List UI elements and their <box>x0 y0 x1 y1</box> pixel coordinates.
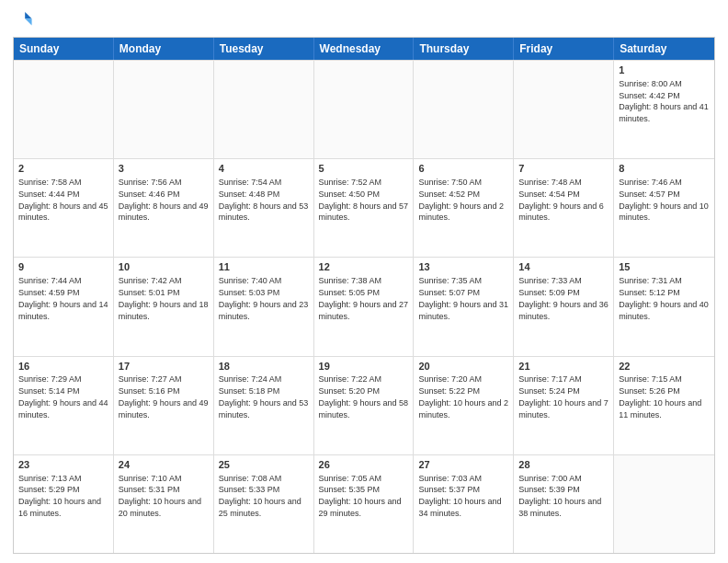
sunset-text: Sunset: 4:42 PM <box>619 91 680 100</box>
weekday-header: Monday <box>114 38 214 60</box>
day-number: 26 <box>319 458 409 472</box>
daylight-text: Daylight: 10 hours and 34 minutes. <box>418 497 501 518</box>
daylight-text: Daylight: 8 hours and 45 minutes. <box>18 201 108 223</box>
daylight-text: Daylight: 10 hours and 7 minutes. <box>518 398 609 419</box>
sunrise-text: Sunrise: 7:35 AM <box>418 276 482 285</box>
sunset-text: Sunset: 5:31 PM <box>119 485 180 494</box>
calendar-day-cell: 14Sunrise: 7:33 AMSunset: 5:09 PMDayligh… <box>514 258 614 355</box>
calendar-day-cell: 21Sunrise: 7:17 AMSunset: 5:24 PMDayligh… <box>514 357 614 454</box>
calendar-day-cell: 3Sunrise: 7:56 AMSunset: 4:46 PMDaylight… <box>114 159 214 257</box>
day-number: 3 <box>119 162 209 176</box>
weekday-header: Wednesday <box>314 38 415 60</box>
day-number: 10 <box>119 260 209 274</box>
sunrise-text: Sunrise: 7:13 AM <box>18 474 82 483</box>
sunrise-text: Sunrise: 7:40 AM <box>219 276 282 285</box>
sunset-text: Sunset: 5:09 PM <box>518 288 580 297</box>
calendar-day-cell: 24Sunrise: 7:10 AMSunset: 5:31 PMDayligh… <box>114 455 214 553</box>
sunset-text: Sunset: 5:01 PM <box>119 288 180 297</box>
sunrise-text: Sunrise: 7:44 AM <box>18 276 82 285</box>
sunset-text: Sunset: 5:24 PM <box>518 386 580 396</box>
weekday-header: Thursday <box>414 38 514 60</box>
daylight-text: Daylight: 8 hours and 53 minutes. <box>219 201 309 223</box>
empty-cell <box>414 61 514 158</box>
sunset-text: Sunset: 5:03 PM <box>219 288 280 297</box>
sunset-text: Sunset: 4:44 PM <box>18 190 80 199</box>
sunset-text: Sunset: 4:57 PM <box>619 190 680 199</box>
calendar-day-cell: 6Sunrise: 7:50 AMSunset: 4:52 PMDaylight… <box>414 159 514 257</box>
calendar-week-row: 1Sunrise: 8:00 AMSunset: 4:42 PMDaylight… <box>14 60 714 158</box>
sunset-text: Sunset: 5:14 PM <box>18 386 80 396</box>
daylight-text: Daylight: 9 hours and 10 minutes. <box>619 201 709 223</box>
daylight-text: Daylight: 9 hours and 40 minutes. <box>619 300 709 321</box>
daylight-text: Daylight: 9 hours and 27 minutes. <box>319 300 409 321</box>
daylight-text: Daylight: 9 hours and 53 minutes. <box>219 398 309 419</box>
sunrise-text: Sunrise: 7:27 AM <box>119 374 182 384</box>
sunset-text: Sunset: 5:16 PM <box>119 386 180 396</box>
calendar-week-row: 9Sunrise: 7:44 AMSunset: 4:59 PMDaylight… <box>14 257 714 355</box>
sunset-text: Sunset: 4:59 PM <box>18 288 80 297</box>
daylight-text: Daylight: 10 hours and 25 minutes. <box>219 497 301 518</box>
calendar-day-cell: 9Sunrise: 7:44 AMSunset: 4:59 PMDaylight… <box>14 258 114 355</box>
calendar-day-cell: 16Sunrise: 7:29 AMSunset: 5:14 PMDayligh… <box>14 357 114 454</box>
sunset-text: Sunset: 4:48 PM <box>219 190 280 199</box>
sunrise-text: Sunrise: 7:22 AM <box>319 374 382 384</box>
calendar-day-cell: 19Sunrise: 7:22 AMSunset: 5:20 PMDayligh… <box>314 357 415 454</box>
sunset-text: Sunset: 5:29 PM <box>18 485 80 494</box>
day-number: 11 <box>219 260 309 274</box>
page-header <box>13 9 715 29</box>
calendar-week-row: 2Sunrise: 7:58 AMSunset: 4:44 PMDaylight… <box>14 158 714 257</box>
calendar-day-cell: 27Sunrise: 7:03 AMSunset: 5:37 PMDayligh… <box>414 455 514 553</box>
sunset-text: Sunset: 5:07 PM <box>418 288 480 297</box>
sunrise-text: Sunrise: 7:58 AM <box>18 178 82 187</box>
daylight-text: Daylight: 10 hours and 16 minutes. <box>18 497 101 518</box>
calendar-day-cell: 25Sunrise: 7:08 AMSunset: 5:33 PMDayligh… <box>214 455 314 553</box>
calendar-week-row: 16Sunrise: 7:29 AMSunset: 5:14 PMDayligh… <box>14 356 714 454</box>
calendar-day-cell: 2Sunrise: 7:58 AMSunset: 4:44 PMDaylight… <box>14 159 114 257</box>
day-number: 25 <box>219 458 309 472</box>
calendar-day-cell: 28Sunrise: 7:00 AMSunset: 5:39 PMDayligh… <box>514 455 614 553</box>
weekday-header: Saturday <box>614 38 714 60</box>
sunrise-text: Sunrise: 7:54 AM <box>219 178 282 187</box>
sunrise-text: Sunrise: 7:56 AM <box>119 178 182 187</box>
day-number: 5 <box>319 162 409 176</box>
sunrise-text: Sunrise: 7:31 AM <box>619 276 682 285</box>
weekday-header: Friday <box>514 38 614 60</box>
sunrise-text: Sunrise: 7:20 AM <box>418 374 482 384</box>
svg-marker-1 <box>25 18 31 25</box>
calendar-day-cell: 5Sunrise: 7:52 AMSunset: 4:50 PMDaylight… <box>314 159 415 257</box>
sunrise-text: Sunrise: 7:42 AM <box>119 276 182 285</box>
day-number: 17 <box>119 360 209 373</box>
calendar-day-cell: 1Sunrise: 8:00 AMSunset: 4:42 PMDaylight… <box>614 61 714 158</box>
day-number: 2 <box>18 162 108 176</box>
day-number: 18 <box>219 360 309 373</box>
day-number: 14 <box>518 260 609 274</box>
day-number: 19 <box>319 360 409 373</box>
daylight-text: Daylight: 9 hours and 2 minutes. <box>418 201 504 223</box>
calendar: SundayMondayTuesdayWednesdayThursdayFrid… <box>13 37 715 554</box>
calendar-day-cell: 18Sunrise: 7:24 AMSunset: 5:18 PMDayligh… <box>214 357 314 454</box>
day-number: 24 <box>119 458 209 472</box>
day-number: 20 <box>418 360 508 373</box>
logo-icon <box>13 9 33 29</box>
calendar-day-cell: 10Sunrise: 7:42 AMSunset: 5:01 PMDayligh… <box>114 258 214 355</box>
daylight-text: Daylight: 9 hours and 31 minutes. <box>418 300 508 321</box>
daylight-text: Daylight: 9 hours and 44 minutes. <box>18 398 108 419</box>
sunrise-text: Sunrise: 7:48 AM <box>518 178 582 187</box>
empty-cell <box>514 61 614 158</box>
sunrise-text: Sunrise: 7:10 AM <box>119 474 182 483</box>
daylight-text: Daylight: 10 hours and 29 minutes. <box>319 497 402 518</box>
sunrise-text: Sunrise: 7:33 AM <box>518 276 582 285</box>
daylight-text: Daylight: 8 hours and 57 minutes. <box>319 201 409 223</box>
calendar-day-cell: 15Sunrise: 7:31 AMSunset: 5:12 PMDayligh… <box>614 258 714 355</box>
daylight-text: Daylight: 9 hours and 23 minutes. <box>219 300 309 321</box>
sunrise-text: Sunrise: 7:05 AM <box>319 474 382 483</box>
daylight-text: Daylight: 8 hours and 49 minutes. <box>119 201 209 223</box>
day-number: 4 <box>219 162 309 176</box>
logo <box>13 9 35 29</box>
sunrise-text: Sunrise: 7:17 AM <box>518 374 582 384</box>
day-number: 28 <box>518 458 609 472</box>
sunrise-text: Sunrise: 7:52 AM <box>319 178 382 187</box>
sunset-text: Sunset: 4:50 PM <box>319 190 381 199</box>
sunrise-text: Sunrise: 7:08 AM <box>219 474 282 483</box>
daylight-text: Daylight: 10 hours and 38 minutes. <box>518 497 601 518</box>
